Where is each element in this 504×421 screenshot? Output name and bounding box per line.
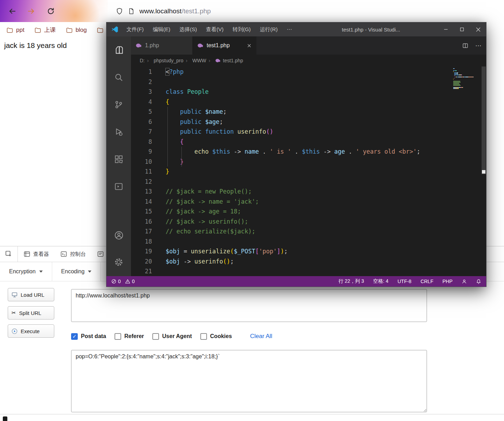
- checkbox-icon: [115, 333, 121, 340]
- execute-button[interactable]: Execute: [8, 324, 54, 338]
- account-icon[interactable]: [106, 227, 131, 244]
- scrollbar-thumb[interactable]: [482, 66, 486, 174]
- crumb-drive[interactable]: D:: [140, 58, 145, 63]
- tab-test1php[interactable]: test1.php: [193, 36, 256, 55]
- tab-close-button[interactable]: [247, 44, 251, 48]
- url-input[interactable]: http://www.localhost/test1.php: [71, 289, 427, 322]
- minimap[interactable]: [453, 68, 481, 90]
- cursor-position[interactable]: 行 22，列 3: [338, 278, 364, 285]
- breadcrumb: D: phpstudy_pro WWW test1.php: [131, 55, 486, 66]
- button-label: Split URL: [19, 310, 41, 316]
- menu-goto[interactable]: 转到(G): [228, 22, 255, 36]
- eol-setting[interactable]: CRLF: [421, 279, 434, 284]
- activity-bar: [106, 36, 131, 276]
- bookmark-shangke[interactable]: 上课: [34, 26, 56, 34]
- code-line: 8 {: [131, 137, 451, 147]
- line-number: 20: [131, 257, 152, 267]
- split-editor-icon[interactable]: [462, 43, 468, 49]
- play-icon: [12, 328, 18, 334]
- crumb-phpstudy[interactable]: phpstudy_pro: [147, 58, 184, 63]
- line-number: 15: [131, 206, 152, 217]
- problems-errors[interactable]: 0: [111, 279, 121, 284]
- warning-icon: [125, 279, 130, 284]
- load-url-button[interactable]: Load URL: [8, 288, 54, 301]
- reload-button[interactable]: [44, 5, 57, 18]
- search-icon[interactable]: [106, 69, 131, 86]
- url-bar[interactable]: www.localhost/test1.php: [116, 3, 490, 19]
- vscode-body: 1.php test1.php ⋯: [106, 36, 486, 276]
- devtools-tab-label: 查看器: [33, 251, 49, 258]
- editor-area: 1.php test1.php ⋯: [131, 36, 486, 276]
- status-right: 行 22，列 3 空格: 4 UTF-8 CRLF PHP: [338, 278, 481, 285]
- maximize-button[interactable]: [454, 22, 470, 36]
- bookmark-ppt[interactable]: ppt: [6, 27, 25, 34]
- php-file-icon: [136, 43, 142, 48]
- close-button[interactable]: [470, 22, 486, 36]
- extensions-icon[interactable]: [106, 151, 131, 168]
- line-number: 17: [131, 226, 152, 237]
- forward-button[interactable]: [25, 5, 38, 18]
- crumb-file[interactable]: test1.php: [209, 58, 243, 63]
- code-editor[interactable]: 1<?php23class People4{5 public $name;6 p…: [131, 66, 486, 276]
- menu-selection[interactable]: 选择(S): [175, 22, 201, 36]
- editor-scrollbar[interactable]: [481, 66, 486, 276]
- page-info-icon[interactable]: [128, 8, 135, 15]
- menu-file[interactable]: 文件(F): [122, 22, 148, 36]
- menu-run[interactable]: 运行(R): [255, 22, 282, 36]
- tab-1php[interactable]: 1.php: [131, 36, 193, 55]
- split-url-button[interactable]: ✂ Split URL: [8, 306, 54, 320]
- close-icon: [247, 44, 251, 48]
- encoding-setting[interactable]: UTF-8: [398, 279, 412, 284]
- code-line: 11}: [131, 167, 451, 177]
- vscode-titlebar[interactable]: 文件(F) 编辑(E) 选择(S) 查看(V) 转到(G) 运行(R) ⋯ te…: [106, 22, 486, 36]
- user-agent-checkbox[interactable]: User Agent: [152, 333, 192, 340]
- devtools-tab-console[interactable]: 控制台: [55, 246, 91, 262]
- tab-label: 1.php: [145, 42, 159, 49]
- pick-element-button[interactable]: [0, 246, 18, 262]
- shield-icon[interactable]: [116, 7, 123, 15]
- settings-gear-icon[interactable]: [106, 254, 131, 271]
- url-path: /test1.php: [181, 7, 210, 15]
- line-number: 8: [131, 137, 152, 147]
- run-panel-icon[interactable]: [106, 178, 131, 195]
- line-number: 21: [131, 266, 152, 276]
- php-file-icon: [198, 43, 203, 48]
- indent-setting[interactable]: 空格: 4: [373, 278, 388, 285]
- encoding-menu[interactable]: Encoding: [52, 262, 101, 281]
- footer-glyph: [3, 416, 7, 421]
- clear-all-link[interactable]: Clear All: [250, 333, 272, 340]
- scissors-icon: ✂: [12, 310, 16, 316]
- post-data-checkbox[interactable]: Post data: [71, 333, 106, 340]
- post-data-input[interactable]: pop=O:6:"People":2:{s:4:"name";s:4:"jack…: [71, 350, 427, 412]
- console-icon: [60, 251, 67, 258]
- line-number: 13: [131, 187, 152, 197]
- language-mode[interactable]: PHP: [442, 279, 453, 284]
- browser-toolbar: www.localhost/test1.php: [0, 0, 504, 22]
- encryption-menu[interactable]: Encryption: [0, 262, 52, 281]
- reload-icon: [47, 7, 55, 15]
- devtools-tab-inspector[interactable]: 查看器: [18, 246, 55, 262]
- line-number: 1: [131, 67, 152, 77]
- menu-more[interactable]: ⋯: [282, 22, 297, 36]
- problems-warnings[interactable]: 0: [125, 279, 135, 284]
- menu-view[interactable]: 查看(V): [201, 22, 228, 36]
- source-control-icon[interactable]: [106, 96, 131, 113]
- line-number: 18: [131, 237, 152, 247]
- code-line: 1<?php: [131, 67, 451, 77]
- menu-edit[interactable]: 编辑(E): [148, 22, 175, 36]
- back-icon: [8, 7, 16, 15]
- minimize-button[interactable]: [438, 22, 454, 36]
- explorer-icon[interactable]: [106, 42, 131, 58]
- cookies-checkbox[interactable]: Cookies: [200, 333, 232, 340]
- folder-icon: [34, 27, 41, 34]
- bookmark-partial[interactable]: [97, 27, 106, 34]
- crumb-www[interactable]: WWW: [186, 58, 206, 63]
- bookmark-blog[interactable]: blog: [66, 27, 87, 34]
- feedback-icon[interactable]: [462, 279, 467, 284]
- notifications-bell-icon[interactable]: [476, 279, 481, 284]
- run-debug-icon[interactable]: [106, 124, 131, 140]
- back-button[interactable]: [6, 5, 19, 18]
- scrollbar-cursor-marker: [482, 170, 485, 174]
- referer-checkbox[interactable]: Referer: [115, 333, 144, 340]
- editor-more-button[interactable]: ⋯: [475, 42, 481, 49]
